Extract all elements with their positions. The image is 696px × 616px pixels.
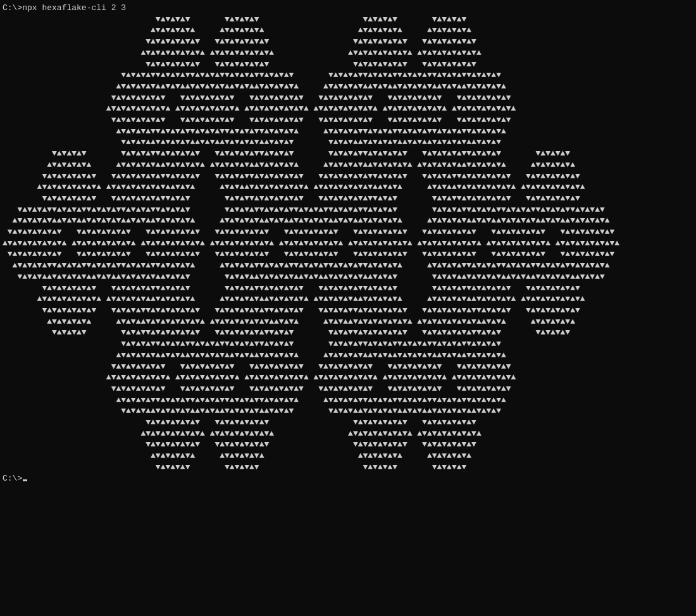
prompt: C:\> bbox=[3, 3, 22, 13]
prompt: C:\> bbox=[3, 474, 22, 483]
terminal-output[interactable]: C:\>npx hexaflake-cli 2 3 ▼▲▼▲▼▲▼ ▼▲▼▲▼▲… bbox=[0, 0, 696, 486]
cursor-icon bbox=[23, 479, 27, 481]
hexaflake-ascii-art: ▼▲▼▲▼▲▼ ▼▲▼▲▼▲▼ ▼▲▼▲▼▲▼ ▼▲▼▲▼▲▼ ▲▼▲▼▲▼▲▼… bbox=[3, 15, 619, 472]
command-text: npx hexaflake-cli 2 3 bbox=[22, 3, 126, 13]
